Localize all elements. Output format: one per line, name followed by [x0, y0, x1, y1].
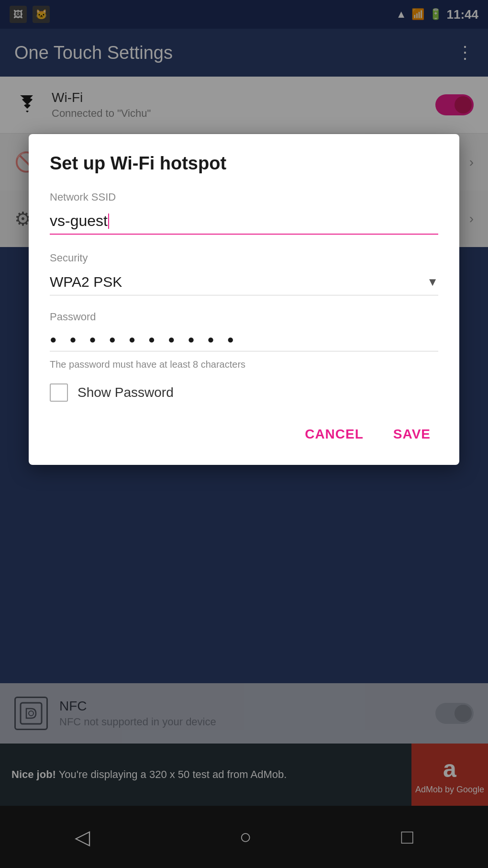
text-cursor: [108, 214, 109, 229]
dialog-buttons: CANCEL SAVE: [50, 421, 438, 448]
password-label: Password: [50, 311, 438, 323]
ssid-input[interactable]: vs-guest: [50, 208, 438, 235]
password-input[interactable]: ● ● ● ● ● ● ● ● ● ●: [50, 328, 438, 351]
save-button[interactable]: SAVE: [386, 421, 438, 448]
cancel-button[interactable]: CANCEL: [297, 421, 371, 448]
security-label: Security: [50, 252, 438, 264]
password-dots: ● ● ● ● ● ● ● ● ● ●: [50, 333, 239, 346]
ssid-value: vs-guest: [50, 212, 108, 230]
wifi-hotspot-dialog: Set up Wi-Fi hotspot Network SSID vs-gue…: [29, 134, 459, 465]
password-hint: The password must have at least 8 charac…: [50, 359, 438, 370]
ssid-field-container: vs-guest: [50, 208, 438, 235]
security-dropdown[interactable]: WPA2 PSK ▼: [50, 269, 438, 295]
dropdown-arrow-icon: ▼: [427, 275, 438, 289]
show-password-checkbox[interactable]: [50, 383, 68, 402]
show-password-row[interactable]: Show Password: [50, 383, 438, 402]
security-value: WPA2 PSK: [50, 274, 122, 290]
ssid-label: Network SSID: [50, 191, 438, 203]
dialog-title: Set up Wi-Fi hotspot: [50, 153, 438, 174]
show-password-label: Show Password: [78, 385, 174, 400]
